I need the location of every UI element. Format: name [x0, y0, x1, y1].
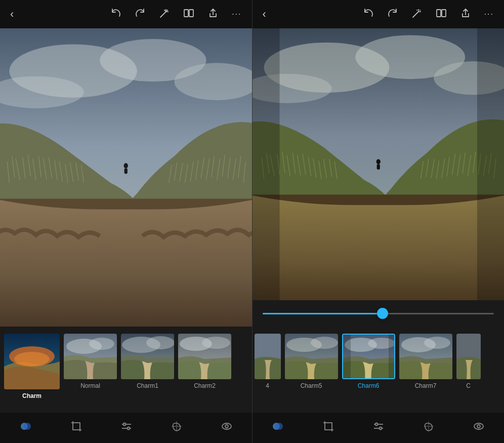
- svg-rect-63: [253, 28, 280, 300]
- svg-point-45: [225, 425, 228, 428]
- filter-charm6-thumb: [342, 334, 395, 379]
- svg-point-68: [311, 337, 338, 349]
- filters-nav-button[interactable]: [15, 416, 36, 440]
- view-nav-button[interactable]: [217, 416, 237, 439]
- healing-nav-button[interactable]: [166, 416, 187, 439]
- svg-rect-10: [189, 10, 193, 17]
- svg-point-22: [14, 352, 50, 366]
- right-panel: ‹: [253, 0, 505, 443]
- right-slider-area[interactable]: [253, 300, 505, 327]
- charm2-thumbnail: [178, 334, 231, 379]
- svg-point-7: [164, 10, 165, 11]
- right-share-button[interactable]: [458, 6, 473, 23]
- filter-charmc[interactable]: C: [456, 334, 481, 389]
- filter-charm5-label: Charm5: [301, 382, 322, 389]
- svg-rect-62: [376, 165, 380, 170]
- charm6-thumbnail: [343, 335, 395, 379]
- redo-button[interactable]: [133, 6, 148, 23]
- filter-charm2-label: Charm2: [194, 382, 216, 389]
- filter-charm5[interactable]: Charm5: [285, 334, 338, 389]
- left-toolbar-right: ···: [108, 6, 243, 23]
- svg-point-89: [380, 427, 382, 430]
- filter-charm1-thumb: [121, 334, 174, 379]
- normal-thumbnail: [64, 334, 117, 379]
- svg-rect-9: [184, 10, 188, 17]
- svg-rect-35: [73, 423, 80, 430]
- filter-charm4-label: 4: [266, 382, 269, 389]
- right-crop-nav-button[interactable]: [318, 416, 339, 439]
- svg-point-76: [424, 337, 450, 349]
- right-toolbar: ‹: [253, 0, 505, 28]
- right-healing-nav-button[interactable]: [418, 416, 439, 439]
- crop-nav-button[interactable]: [66, 416, 87, 439]
- filter-charm1-label: Charm1: [137, 382, 158, 389]
- filter-charm2[interactable]: Charm2: [178, 334, 231, 389]
- left-toolbar: ‹: [0, 0, 252, 28]
- filter-charmc-label: C: [466, 382, 471, 389]
- right-toolbar-right: ···: [361, 6, 496, 23]
- filter-charm-thumb: [4, 334, 60, 389]
- right-compare-button[interactable]: [434, 6, 449, 23]
- svg-rect-53: [437, 10, 441, 17]
- left-scene-image: [0, 28, 252, 327]
- filter-charm7[interactable]: Charm7: [399, 334, 452, 389]
- svg-point-42: [123, 423, 125, 426]
- svg-rect-54: [442, 10, 446, 17]
- filter-charm7-thumb: [399, 334, 452, 379]
- right-back-button[interactable]: ‹: [261, 6, 268, 23]
- right-view-nav-button[interactable]: [469, 416, 489, 439]
- undo-button[interactable]: [108, 6, 123, 23]
- svg-point-31: [202, 337, 230, 349]
- compare-button[interactable]: [181, 6, 196, 23]
- svg-point-43: [127, 427, 130, 430]
- svg-rect-81: [325, 423, 332, 430]
- filter-charm6-label: Charm6: [358, 382, 380, 389]
- right-undo-button[interactable]: [361, 6, 376, 23]
- svg-rect-73: [389, 335, 395, 379]
- filter-charm1[interactable]: Charm1: [121, 334, 174, 389]
- slider-fill: [263, 313, 383, 314]
- filter-normal-label: Normal: [80, 382, 100, 389]
- back-button[interactable]: ‹: [8, 6, 16, 23]
- right-magic-wand-icon[interactable]: [409, 6, 425, 23]
- intensity-slider-track[interactable]: [263, 313, 494, 314]
- svg-point-61: [376, 159, 380, 164]
- right-scene-image: [253, 28, 505, 300]
- filter-charm7-label: Charm7: [415, 382, 437, 389]
- right-filter-strip: 4: [253, 327, 505, 413]
- share-button[interactable]: [205, 6, 221, 23]
- right-more-button[interactable]: ···: [482, 8, 496, 21]
- svg-point-44: [222, 423, 231, 429]
- svg-rect-64: [477, 28, 504, 300]
- filter-charm4[interactable]: 4: [255, 334, 281, 389]
- filter-normal[interactable]: Normal: [64, 334, 117, 389]
- filter-charm[interactable]: Charm: [4, 334, 60, 399]
- left-image-area: [0, 28, 252, 327]
- filter-charm6[interactable]: Charm6: [342, 334, 395, 389]
- svg-rect-19: [124, 169, 128, 174]
- svg-point-25: [89, 338, 114, 350]
- right-toolbar-left: ‹: [261, 6, 268, 23]
- adjustments-nav-button[interactable]: [116, 416, 137, 439]
- left-panel: ‹: [0, 0, 252, 443]
- charm7-thumbnail: [399, 334, 452, 379]
- charm-thumbnail: [4, 334, 60, 389]
- left-filter-strip: Charm: [0, 327, 252, 413]
- svg-point-5: [165, 9, 166, 10]
- filter-charm4-thumb: [255, 334, 281, 379]
- svg-line-46: [413, 12, 418, 17]
- right-image-area: [253, 28, 505, 300]
- filter-charm5-thumb: [285, 334, 338, 379]
- filter-charmc-thumb: [456, 334, 481, 379]
- slider-thumb[interactable]: [377, 308, 388, 319]
- magic-wand-icon[interactable]: [157, 6, 172, 23]
- right-redo-button[interactable]: [385, 6, 400, 23]
- right-bottom-nav: [253, 413, 505, 443]
- charm5-thumbnail: [285, 334, 338, 379]
- filter-normal-thumb: [64, 334, 117, 379]
- right-filters-nav-button[interactable]: [267, 416, 288, 440]
- more-button[interactable]: ···: [230, 8, 243, 21]
- filter-charm2-thumb: [178, 334, 231, 379]
- right-adjustments-nav-button[interactable]: [368, 416, 389, 439]
- left-bottom-nav: [0, 413, 252, 443]
